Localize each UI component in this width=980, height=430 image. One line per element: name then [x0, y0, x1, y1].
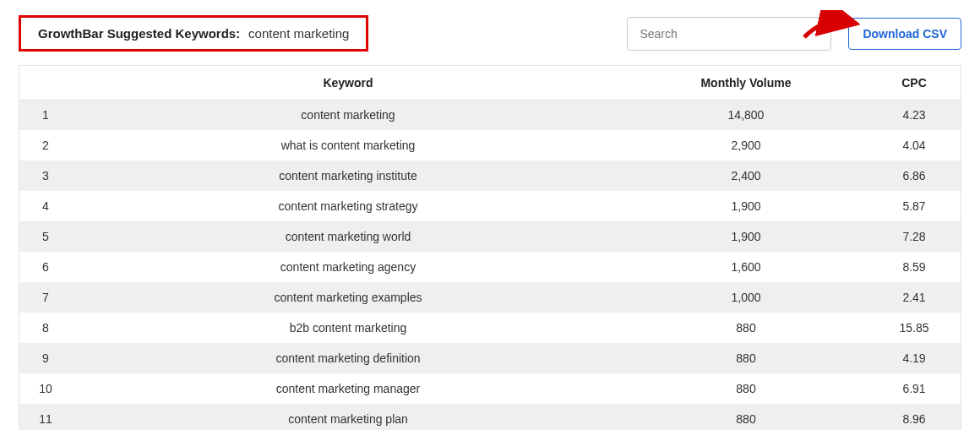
row-cpc: 6.91	[868, 373, 961, 404]
row-volume: 1,900	[624, 191, 868, 221]
table-row: 11content marketing plan8808.96	[19, 404, 961, 430]
row-cpc: 15.85	[868, 313, 961, 343]
table-row: 10content marketing manager8806.91	[19, 373, 961, 404]
row-cpc: 7.28	[868, 221, 961, 252]
row-keyword: what is content marketing	[72, 130, 624, 161]
row-volume: 880	[624, 343, 868, 373]
row-volume: 880	[624, 404, 868, 430]
row-keyword: content marketing strategy	[72, 191, 624, 221]
table-row: 4content marketing strategy1,9005.87	[19, 191, 961, 221]
column-header-cpc[interactable]: CPC	[868, 66, 961, 100]
row-volume: 2,400	[624, 161, 868, 191]
keywords-table: Keyword Monthly Volume CPC 1content mark…	[19, 65, 961, 430]
row-index: 2	[19, 130, 72, 161]
table-row: 1content marketing14,8004.23	[19, 100, 961, 130]
row-volume: 1,900	[624, 221, 868, 252]
row-keyword: content marketing institute	[72, 161, 624, 191]
row-cpc: 4.04	[868, 130, 961, 161]
table-row: 2what is content marketing2,9004.04	[19, 130, 961, 161]
table-row: 3content marketing institute2,4006.86	[19, 161, 961, 191]
table-header-row: Keyword Monthly Volume CPC	[19, 66, 961, 100]
page-title-value: content marketing	[248, 26, 349, 41]
row-volume: 2,900	[624, 130, 868, 161]
row-keyword: content marketing world	[72, 221, 624, 252]
row-volume: 880	[624, 313, 868, 343]
row-cpc: 4.19	[868, 343, 961, 373]
row-cpc: 8.96	[868, 404, 961, 430]
table-row: 7content marketing examples1,0002.41	[19, 282, 961, 313]
row-volume: 1,000	[624, 282, 868, 313]
row-index: 6	[19, 252, 72, 282]
column-header-volume[interactable]: Monthly Volume	[624, 66, 868, 100]
row-keyword: content marketing definition	[72, 343, 624, 373]
download-csv-button[interactable]: Download CSV	[848, 18, 961, 50]
row-volume: 880	[624, 373, 868, 404]
row-keyword: b2b content marketing	[72, 313, 624, 343]
row-cpc: 4.23	[868, 100, 961, 130]
table-row: 5content marketing world1,9007.28	[19, 221, 961, 252]
row-keyword: content marketing agency	[72, 252, 624, 282]
row-keyword: content marketing	[72, 100, 624, 130]
row-volume: 14,800	[624, 100, 868, 130]
row-index: 7	[19, 282, 72, 313]
row-keyword: content marketing manager	[72, 373, 624, 404]
row-keyword: content marketing examples	[72, 282, 624, 313]
row-cpc: 5.87	[868, 191, 961, 221]
row-index: 10	[19, 373, 72, 404]
page-title-box: GrowthBar Suggested Keywords: content ma…	[19, 15, 368, 52]
row-index: 8	[19, 313, 72, 343]
row-index: 4	[19, 191, 72, 221]
row-keyword: content marketing plan	[72, 404, 624, 430]
column-header-index[interactable]	[19, 66, 72, 100]
page-title-label: GrowthBar Suggested Keywords:	[38, 26, 240, 41]
table-row: 6content marketing agency1,6008.59	[19, 252, 961, 282]
row-cpc: 2.41	[868, 282, 961, 313]
search-input[interactable]	[627, 17, 831, 51]
row-index: 5	[19, 221, 72, 252]
row-index: 11	[19, 404, 72, 430]
column-header-keyword[interactable]: Keyword	[72, 66, 624, 100]
table-row: 8b2b content marketing88015.85	[19, 313, 961, 343]
row-index: 3	[19, 161, 72, 191]
row-volume: 1,600	[624, 252, 868, 282]
row-cpc: 6.86	[868, 161, 961, 191]
row-cpc: 8.59	[868, 252, 961, 282]
table-row: 9content marketing definition8804.19	[19, 343, 961, 373]
row-index: 1	[19, 100, 72, 130]
row-index: 9	[19, 343, 72, 373]
